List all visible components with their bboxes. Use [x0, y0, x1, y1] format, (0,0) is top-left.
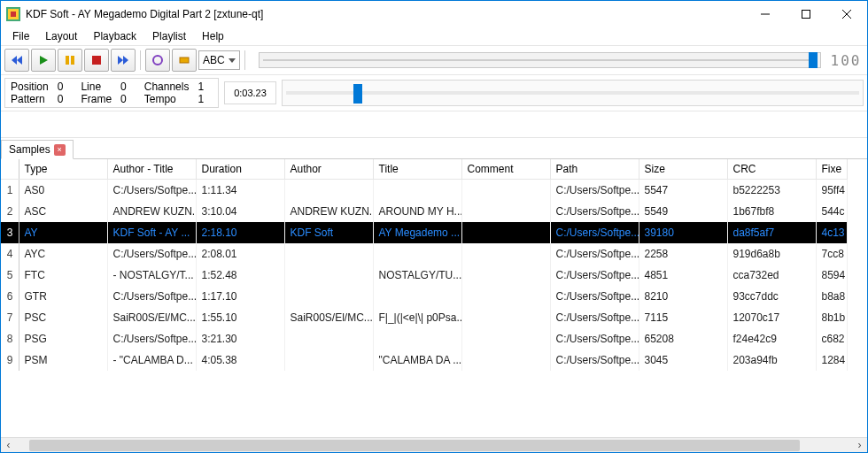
window-title: KDF Soft - AY Megademo Digital Part 2 [z… [26, 8, 745, 20]
col-size[interactable]: Size [639, 159, 727, 180]
prev-button[interactable] [4, 49, 29, 72]
cell-fixed: 4c13 [816, 222, 847, 243]
cell-crc: 1b67fbf8 [727, 201, 816, 222]
cell-type: PSM [19, 349, 107, 371]
scroll-left-icon[interactable]: ‹ [1, 438, 16, 453]
cell-author [284, 349, 373, 371]
cell-crc: 12070c17 [727, 307, 816, 328]
cell-author [284, 328, 373, 349]
cell-dur: 3:10.04 [196, 201, 284, 222]
cell-fixed: 8594 [816, 265, 847, 286]
cell-comment [461, 265, 550, 286]
cell-crc: 203a94fb [727, 349, 816, 371]
menu-file[interactable]: File [4, 28, 37, 44]
col-fixed[interactable]: Fixe [816, 159, 847, 180]
col-type[interactable]: Type [19, 159, 107, 180]
table-row[interactable]: 7PSCSaiR00S/El/MC...1:55.10SaiR00S/El/MC… [1, 307, 847, 328]
cell-author: SaiR00S/El/MC... [284, 307, 373, 328]
toolbar: ABC 100 [1, 45, 867, 75]
table-row[interactable]: 1AS0C:/Users/Softpe...1:11.34C:/Users/So… [1, 180, 847, 202]
cell-size: 5547 [639, 180, 727, 202]
channels-label: Channels [144, 81, 190, 93]
loop-button[interactable] [145, 49, 170, 72]
cell-fixed: 95ff4 [816, 180, 847, 202]
cell-at: C:/Users/Softpe... [107, 180, 196, 202]
line-value: 0 [120, 81, 136, 93]
volume-handle[interactable] [809, 52, 818, 68]
line-label: Line [81, 81, 112, 93]
tab-close-icon[interactable]: × [54, 144, 66, 156]
table-row[interactable]: 4AYCC:/Users/Softpe...2:08.01C:/Users/So… [1, 243, 847, 265]
col-author[interactable]: Author [284, 159, 373, 180]
cell-fixed: 544c [816, 201, 847, 222]
cell-at: - "CALAMBA D... [107, 349, 196, 371]
menu-playlist[interactable]: Playlist [144, 28, 194, 44]
col-author-title[interactable]: Author - Title [107, 159, 196, 180]
pause-button[interactable] [58, 49, 82, 72]
sort-select[interactable]: ABC [198, 50, 240, 70]
horizontal-scrollbar[interactable]: ‹ › [1, 437, 867, 452]
cell-type: PSC [19, 307, 107, 328]
table-row[interactable]: 3AYKDF Soft - AY ...2:18.10KDF SoftAY Me… [1, 222, 847, 243]
col-title[interactable]: Title [373, 159, 461, 180]
cell-at: C:/Users/Softpe... [107, 243, 196, 265]
next-button[interactable] [111, 49, 136, 72]
frame-label: Frame [81, 93, 112, 105]
menu-layout[interactable]: Layout [37, 28, 85, 44]
tab-samples[interactable]: Samples × [1, 140, 74, 159]
cell-author [284, 286, 373, 307]
shuffle-button[interactable] [172, 49, 197, 72]
cell-n: 2 [1, 201, 19, 222]
cell-crc: cca732ed [727, 265, 816, 286]
cell-title: AROUND MY H... [373, 201, 461, 222]
cell-path: C:/Users/Softpe... [550, 222, 639, 243]
cell-comment [461, 328, 550, 349]
menu-help[interactable]: Help [194, 28, 232, 44]
progress-slider[interactable] [282, 80, 864, 106]
progress-handle[interactable] [353, 84, 362, 104]
play-button[interactable] [31, 49, 56, 72]
col-comment[interactable]: Comment [461, 159, 550, 180]
table-row[interactable]: 9PSM - "CALAMBA D...4:05.38"CALAMBA DA .… [1, 349, 847, 371]
cell-fixed: 7cc8 [816, 243, 847, 265]
scroll-right-icon[interactable]: › [852, 438, 867, 453]
col-crc[interactable]: CRC [727, 159, 816, 180]
stop-button[interactable] [84, 49, 109, 72]
cell-dur: 1:11.34 [196, 180, 284, 202]
titlebar: KDF Soft - AY Megademo Digital Part 2 [z… [1, 1, 867, 27]
cell-size: 8210 [639, 286, 727, 307]
col-path[interactable]: Path [550, 159, 639, 180]
cell-fixed: 8b1b [816, 307, 847, 328]
svg-marker-7 [12, 56, 17, 65]
cell-path: C:/Users/Softpe... [550, 328, 639, 349]
close-button[interactable] [826, 1, 867, 27]
cell-type: AS0 [19, 180, 107, 202]
cell-title: F|_|(|<e|\| p0Psa... [373, 307, 461, 328]
cell-size: 39180 [639, 222, 727, 243]
svg-point-15 [153, 56, 162, 65]
col-duration[interactable]: Duration [196, 159, 284, 180]
cell-at: - NOSTALGY/T... [107, 265, 196, 286]
scrollbar-thumb[interactable] [29, 440, 800, 451]
time-display: 0:03.23 [224, 81, 276, 104]
svg-marker-9 [40, 56, 48, 65]
cell-author [284, 243, 373, 265]
table-row[interactable]: 2ASCANDREW KUZN...3:10.04ANDREW KUZN...A… [1, 201, 847, 222]
cell-path: C:/Users/Softpe... [550, 286, 639, 307]
cell-title [373, 243, 461, 265]
status-row: Position0 Line0 Channels1 Pattern0 Frame… [1, 75, 867, 111]
minimize-button[interactable] [745, 1, 786, 27]
cell-path: C:/Users/Softpe... [550, 307, 639, 328]
table-row[interactable]: 5FTC - NOSTALGY/T...1:52.48NOSTALGY/TU..… [1, 265, 847, 286]
svg-rect-4 [802, 11, 810, 19]
pattern-label: Pattern [11, 93, 49, 105]
menu-playback[interactable]: Playback [85, 28, 144, 44]
volume-slider[interactable] [259, 52, 821, 68]
cell-title [373, 328, 461, 349]
cell-title: "CALAMBA DA ... [373, 349, 461, 371]
maximize-button[interactable] [786, 1, 826, 27]
table-row[interactable]: 8PSGC:/Users/Softpe...3:21.30C:/Users/So… [1, 328, 847, 349]
cell-comment [461, 180, 550, 202]
cell-type: AY [19, 222, 107, 243]
table-row[interactable]: 6GTRC:/Users/Softpe...1:17.10C:/Users/So… [1, 286, 847, 307]
